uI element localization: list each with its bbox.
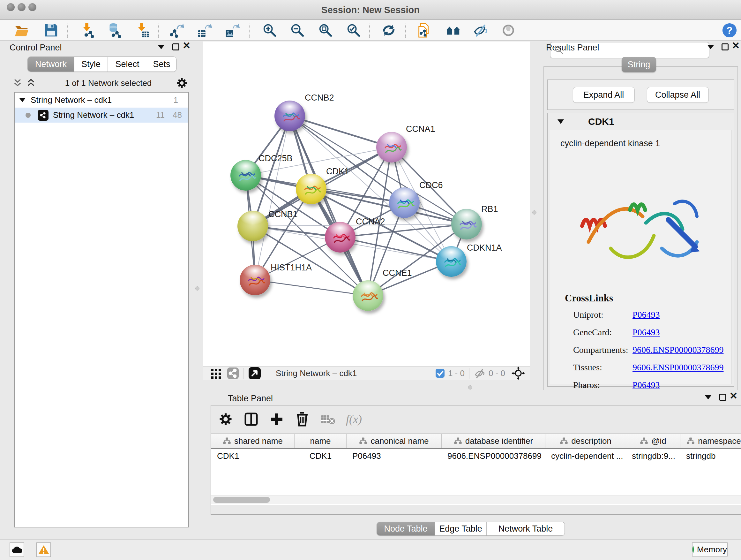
network-node-ccna2[interactable] — [325, 222, 355, 253]
network-node-ccnb2[interactable] — [274, 101, 305, 131]
warnings-button[interactable] — [37, 543, 51, 557]
table-cell[interactable]: P06493 — [347, 449, 442, 463]
network-node-hist1h1a[interactable] — [240, 265, 270, 295]
hidden-eye-icon[interactable] — [474, 368, 485, 378]
crosslink-link[interactable]: 9606.ENSP00000378699 — [632, 345, 724, 360]
table-panel-float-icon[interactable] — [719, 394, 726, 401]
right-splitter-grip[interactable] — [532, 210, 536, 214]
network-edge-count: 48 — [173, 110, 182, 120]
table-panel-close-icon[interactable]: ✕ — [730, 392, 738, 399]
table-cell[interactable]: stringdb:9... — [626, 449, 680, 463]
network-canvas[interactable]: CCNB2CCNA1CDC25BCDK1CDC6RB1CCNB1CCNA2CDK… — [203, 42, 530, 366]
tab-edge-table[interactable]: Edge Table — [435, 522, 487, 536]
control-panel-close-icon[interactable]: ✕ — [183, 42, 191, 49]
apply-layout-button[interactable] — [380, 22, 398, 39]
bottom-splitter-grip[interactable] — [468, 385, 472, 389]
results-panel-menu-icon[interactable] — [707, 45, 714, 49]
import-network-file-button[interactable] — [78, 22, 96, 39]
zoom-selected-icon — [346, 22, 361, 38]
add-column-button[interactable] — [269, 412, 284, 427]
save-session-button[interactable] — [42, 22, 60, 39]
network-edge[interactable] — [255, 280, 368, 296]
results-panel-close-icon[interactable]: ✕ — [732, 42, 740, 49]
tab-node-table[interactable]: Node Table — [377, 522, 435, 536]
crosslink-link[interactable]: P06493 — [632, 327, 660, 342]
network-node-cdk1[interactable] — [296, 174, 327, 204]
table-cell[interactable]: CDK1 — [211, 449, 294, 463]
delete-column-button[interactable] — [295, 412, 310, 427]
memory-button[interactable]: Memory — [692, 543, 728, 557]
column-header-database-identifier[interactable]: database identifier — [442, 434, 545, 448]
network-node-ccne1[interactable] — [353, 280, 383, 311]
tab-string[interactable]: String — [622, 57, 656, 72]
expand-all-button[interactable]: Expand All — [573, 87, 635, 103]
network-row-selected[interactable]: String Network – cdk1 11 48 — [15, 108, 188, 123]
delete-table-button[interactable] — [320, 412, 335, 427]
network-collection-row[interactable]: String Network – cdk1 1 — [15, 92, 188, 108]
crosslink-link[interactable]: P06493 — [632, 310, 660, 324]
column-header--id[interactable]: @id — [626, 434, 680, 448]
home-view-button[interactable] — [444, 22, 462, 39]
expand-all-icon[interactable] — [27, 78, 35, 88]
open-session-button[interactable] — [13, 22, 30, 39]
entry-expanded-icon[interactable] — [557, 119, 564, 125]
control-panel-float-icon[interactable] — [172, 44, 179, 51]
clone-network-button[interactable] — [415, 22, 433, 39]
table-cell[interactable]: stringdb — [680, 449, 741, 463]
hide-selected-button[interactable] — [471, 22, 489, 39]
table-panel-menu-icon[interactable] — [704, 395, 712, 399]
scrollbar-thumb[interactable] — [213, 497, 270, 503]
results-panel-float-icon[interactable] — [722, 44, 729, 51]
network-node-rb1[interactable] — [451, 209, 482, 240]
selected-checkbox-icon[interactable] — [435, 368, 445, 378]
network-view-share-icon[interactable] — [227, 367, 239, 379]
tab-select[interactable]: Select — [108, 57, 147, 71]
network-node-cdkn1a[interactable] — [436, 246, 467, 277]
zoom-fit-button[interactable] — [317, 22, 334, 39]
column-header-name[interactable]: name — [294, 434, 347, 448]
table-cell[interactable]: CDK1 — [294, 449, 347, 463]
tab-network[interactable]: Network — [28, 57, 74, 71]
collapse-all-icon[interactable] — [13, 78, 22, 88]
zoom-selected-button[interactable] — [345, 22, 362, 39]
network-options-gear-icon[interactable] — [177, 78, 187, 88]
collapse-all-button[interactable]: Collapse All — [647, 87, 709, 103]
help-button[interactable]: ? — [721, 22, 738, 39]
gene-entry-header[interactable]: CDK1 — [548, 113, 734, 130]
tab-sets[interactable]: Sets — [147, 57, 176, 71]
import-table-button[interactable] — [133, 22, 151, 39]
network-node-ccnb1[interactable] — [238, 211, 268, 241]
collection-expanded-icon[interactable] — [19, 98, 25, 103]
import-network-database-button[interactable] — [105, 22, 123, 39]
export-network-button[interactable] — [168, 22, 186, 39]
zoom-in-button[interactable] — [261, 22, 279, 39]
birdseye-popout-icon[interactable] — [248, 367, 261, 380]
grid-view-icon[interactable] — [210, 368, 222, 379]
table-cell[interactable]: 9606.ENSP00000378699 — [442, 449, 545, 463]
function-builder-button[interactable]: f(x) — [346, 413, 362, 426]
show-columns-button[interactable] — [244, 412, 259, 427]
left-splitter-grip[interactable] — [195, 287, 199, 291]
column-header-description[interactable]: description — [545, 434, 626, 448]
cloud-status-button[interactable] — [10, 543, 24, 557]
network-node-cdc6[interactable] — [389, 187, 420, 218]
export-image-button[interactable] — [223, 22, 241, 39]
crosslink-link[interactable]: 9606.ENSP00000378699 — [632, 362, 724, 377]
tab-network-table[interactable]: Network Table — [487, 522, 564, 536]
table-horizontal-scrollbar[interactable] — [211, 496, 741, 504]
show-all-button[interactable] — [499, 22, 517, 39]
table-cell[interactable]: cyclin-dependent ... — [545, 449, 626, 463]
fit-crosshair-icon[interactable] — [512, 367, 525, 380]
tab-style[interactable]: Style — [74, 57, 108, 71]
column-header-shared-name[interactable]: shared name — [211, 434, 294, 448]
network-node-cdc25b[interactable] — [230, 160, 261, 191]
table-settings-button[interactable] — [218, 412, 233, 427]
table-row[interactable]: CDK1CDK1P064939606.ENSP00000378699cyclin… — [211, 449, 741, 463]
column-header-canonical-name[interactable]: canonical name — [347, 434, 442, 448]
zoom-out-button[interactable] — [288, 22, 307, 39]
network-node-ccna1[interactable] — [376, 132, 407, 163]
control-panel-menu-icon[interactable] — [158, 45, 165, 49]
column-header-namespace[interactable]: namespace — [680, 434, 741, 448]
export-table-button[interactable] — [195, 22, 213, 39]
gene-entry-card: CDK1 cyclin-dependent kinase 1 — [547, 113, 734, 387]
